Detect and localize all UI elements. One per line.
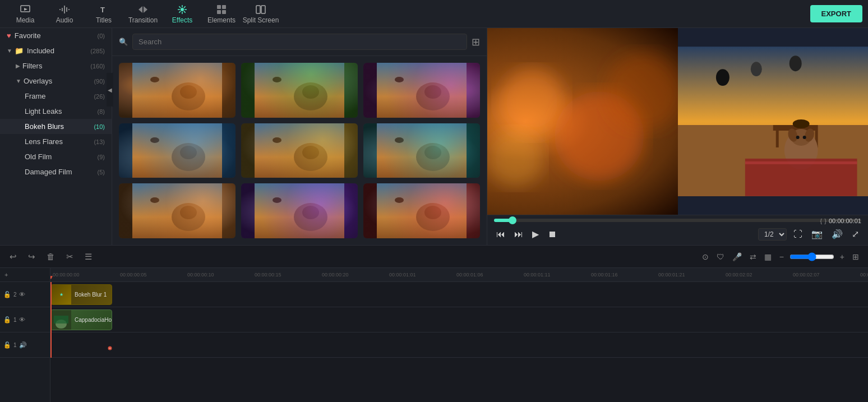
svg-rect-56 — [775, 131, 778, 147]
sidebar-item-filters[interactable]: ▶ Filters (160) — [0, 58, 112, 73]
quality-select[interactable]: 1/2 — [758, 228, 787, 241]
track-lock-icon-2[interactable]: 🔓 — [3, 291, 11, 298]
svg-point-53 — [789, 56, 801, 71]
sidebar-item-overlays[interactable]: ▼ Overlays (90) — [0, 73, 112, 89]
nav-elements[interactable]: Elements — [202, 0, 241, 28]
undo-button[interactable]: ↩ — [7, 251, 20, 263]
step-back-button[interactable]: ⏮ — [494, 227, 507, 242]
progress-bar[interactable]: { } 00:00:00:01 — [494, 219, 861, 222]
fullscreen-preview-button[interactable]: ⛶ — [791, 227, 805, 242]
sidebar-item-lightleaks[interactable]: Light Leaks (8) — [0, 104, 112, 119]
sidebar-item-oldfilm[interactable]: Old Film (9) — [0, 149, 112, 164]
svg-point-52 — [750, 62, 761, 76]
nav-effects[interactable]: Effects — [163, 0, 202, 28]
effects-search-bar: 🔍 ⊞ — [112, 28, 487, 56]
nav-transition[interactable]: Transition — [123, 0, 163, 28]
svg-text:✂: ✂ — [109, 346, 111, 350]
tl-icon-1[interactable]: ⊙ — [700, 251, 711, 262]
arrow-icon: ▼ — [7, 48, 12, 54]
svg-text:T: T — [100, 6, 105, 14]
expand-button[interactable]: ⤢ — [849, 227, 861, 242]
timeline-body: + 🔓 2 👁 🔓 1 👁 🔓 1 🔊 00:00:00:0000:0 — [0, 268, 868, 402]
export-button[interactable]: EXPORT — [810, 5, 862, 22]
sidebar-item-favorite[interactable]: ♥ Favorite (0) — [0, 28, 112, 43]
track-label-2: 2 — [13, 292, 17, 298]
tl-ruler: 00:00:00:0000:00:00:0500:00:00:1000:00:0… — [50, 268, 868, 282]
ruler-mark: 00:00:01:21 — [658, 272, 726, 278]
progress-thumb[interactable] — [509, 216, 516, 224]
clip-bokeh-blur-1[interactable]: ★ Bokeh Blur 1 — [50, 284, 112, 305]
svg-rect-5 — [222, 5, 226, 9]
timeline-toolbar: ↩ ↪ 🗑 ✂ ☰ ⊙ 🛡 🎤 ⇄ ▦ − + ⊞ — [0, 246, 868, 268]
play-button[interactable]: ▶ — [530, 227, 541, 242]
preview-controls: { } 00:00:00:01 ⏮ ⏭ ▶ ⏹ 1/2 ⛶ 📷 🔊 ⤢ — [487, 215, 868, 245]
nav-audio[interactable]: Audio — [45, 0, 84, 28]
effect-card-bokeh-blur-7[interactable]: Bokeh Blur 7 — [119, 183, 236, 238]
nav-titles[interactable]: T Titles — [84, 0, 123, 28]
svg-marker-1 — [24, 8, 27, 11]
tl-left-col: + 🔓 2 👁 🔓 1 👁 🔓 1 🔊 — [0, 268, 50, 402]
screenshot-button[interactable]: 📷 — [809, 227, 825, 242]
tl-icon-5[interactable]: ▦ — [762, 251, 774, 262]
effect-card-bokeh-blur-9[interactable]: Bokeh Blur 9 — [363, 183, 480, 238]
settings-button[interactable]: ☰ — [82, 251, 95, 263]
effect-card-bokeh-blur-4[interactable]: Bokeh Blur 4 — [241, 123, 358, 178]
timeline-cursor[interactable] — [50, 282, 52, 358]
panel-collapse-arrow[interactable]: ◀ — [107, 73, 113, 107]
grid-view-icon[interactable]: ⊞ — [472, 36, 480, 48]
add-track-button[interactable]: + — [4, 271, 8, 278]
effect-card-bokeh-blur-10[interactable]: Bokeh Blur 10 — [119, 123, 236, 178]
sidebar-item-frame[interactable]: Frame (26) — [0, 89, 112, 104]
tl-icon-6[interactable]: ⊞ — [850, 251, 861, 262]
main-layout: ♥ Favorite (0) ▼ 📁 Included (285) ▶ Filt… — [0, 28, 868, 245]
frame-back-button[interactable]: ⏭ — [512, 227, 525, 242]
ruler-mark: 00:00:02:07 — [793, 272, 860, 278]
track-eye-icon-a1[interactable]: 🔊 — [19, 341, 27, 349]
effect-card-bokeh-blur-2[interactable]: Bokeh Blur 2 — [241, 63, 358, 118]
delete-button[interactable]: 🗑 — [44, 251, 58, 262]
arrow-icon: ▶ — [16, 63, 20, 69]
clip-video[interactable]: CappadociaHotAirB... — [50, 309, 112, 330]
ruler-mark: 00:00:01:11 — [524, 272, 591, 278]
svg-rect-6 — [217, 10, 221, 14]
track-eye-icon-v1[interactable]: 👁 — [19, 316, 25, 323]
heart-icon: ♥ — [7, 31, 11, 40]
nav-splitscreen[interactable]: Split Screen — [241, 0, 280, 28]
zoom-slider[interactable] — [789, 252, 834, 261]
ruler-mark: 00:00:01:01 — [389, 272, 456, 278]
effects-panel: ◀ 🔍 ⊞ Bokeh Blur 1 — [112, 28, 487, 245]
tl-main: 00:00:00:0000:00:00:0500:00:00:1000:00:0… — [50, 268, 868, 402]
ruler-mark: 00:00:00:05 — [120, 272, 187, 278]
track-label-v1: 1 — [13, 317, 17, 323]
sidebar-item-bokehblurs[interactable]: Bokeh Blurs (10) — [0, 119, 112, 134]
track-lock-icon-a1[interactable]: 🔓 — [3, 341, 11, 349]
folder-icon: 📁 — [15, 47, 24, 55]
track-lock-icon-v1[interactable]: 🔓 — [3, 316, 11, 324]
tl-icon-3[interactable]: 🎤 — [730, 251, 744, 262]
ruler-mark: 00:00:00:10 — [187, 272, 255, 278]
tl-icon-4[interactable]: ⇄ — [747, 251, 759, 262]
sidebar-item-lensflares[interactable]: Lens Flares (13) — [0, 134, 112, 149]
ruler-mark: 00:00:02:02 — [726, 272, 793, 278]
search-input[interactable] — [132, 34, 467, 50]
svg-point-48 — [487, 131, 543, 187]
preview-right — [678, 28, 869, 215]
tl-icon-2[interactable]: 🛡 — [714, 251, 727, 262]
sidebar-item-included[interactable]: ▼ 📁 Included (285) — [0, 43, 112, 58]
ruler-mark: 00:00:02:12 — [860, 272, 868, 278]
zoom-in-icon[interactable]: + — [838, 251, 847, 262]
audio-button[interactable]: 🔊 — [829, 227, 845, 242]
ruler-mark: 00:00:00:15 — [255, 272, 322, 278]
effect-card-bokeh-blur-1[interactable]: Bokeh Blur 1 — [119, 63, 236, 118]
redo-button[interactable]: ↪ — [25, 251, 38, 263]
nav-media[interactable]: Media — [6, 0, 45, 28]
stop-button[interactable]: ⏹ — [546, 227, 559, 242]
track-header-overlay: 🔓 2 👁 — [0, 282, 50, 307]
sidebar-item-damagedfilm[interactable]: Damaged Film (5) — [0, 164, 112, 179]
track-eye-icon-2[interactable]: 👁 — [19, 291, 25, 298]
effect-card-bokeh-blur-8[interactable]: Bokeh Blur 8 — [241, 183, 358, 238]
zoom-out-icon[interactable]: − — [777, 251, 786, 262]
effect-card-bokeh-blur-6[interactable]: Bokeh Blur 6 — [363, 63, 480, 118]
scissors-button[interactable]: ✂ — [63, 251, 76, 263]
effect-card-bokeh-blur-5[interactable]: Bokeh Blur 5 — [363, 123, 480, 178]
